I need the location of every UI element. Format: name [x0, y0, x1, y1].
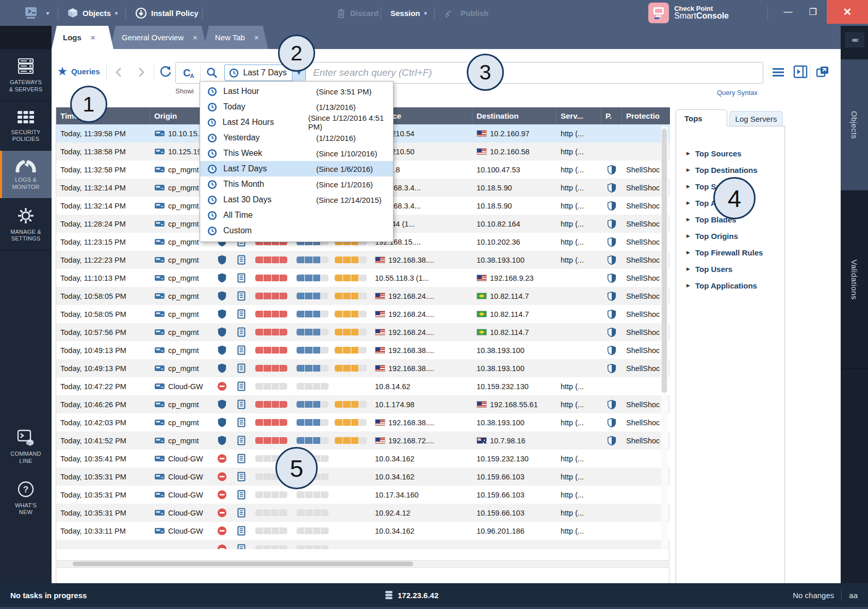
search-button[interactable] [206, 67, 218, 79]
changes-status[interactable]: No changes [793, 591, 834, 600]
time-range-option[interactable]: This Week (Since 1/10/2016) [200, 146, 393, 161]
tops-item-top-sources[interactable]: ▶ Top Sources [676, 145, 784, 162]
option-detail: (Since 1/12/2016 4:51 PM) [308, 114, 393, 131]
close-button[interactable]: ✕ [827, 0, 868, 24]
log-table-row[interactable]: Today, 10:35:31 PM Cloud-GW [56, 504, 670, 522]
query-syntax-link[interactable]: Query Syntax [717, 89, 763, 97]
sidebar-item-logs-[interactable]: LOGS & MONITOR [0, 151, 52, 199]
app-menu-button[interactable]: ▾ [25, 0, 49, 26]
back-button[interactable] [113, 67, 125, 78]
table-horizontal-scrollbar[interactable] [56, 560, 669, 568]
tops-item-top-applications[interactable]: ▶ Top Applications [676, 277, 784, 294]
prevent-shield-icon [217, 363, 227, 373]
search-input[interactable]: Enter search query (Ctrl+F) [313, 67, 432, 78]
tab-logs[interactable]: Logs × [52, 26, 113, 49]
install-policy-button[interactable]: Install Policy [135, 0, 199, 26]
queries-button[interactable]: ★ Queries [58, 66, 100, 76]
log-table-row[interactable]: Today, 10:42:03 PM cp_mgmt [56, 413, 670, 431]
toggle-side-panel-button[interactable] [793, 65, 808, 78]
log-table-row[interactable]: Today, 10:57:56 PM cp_mgmt [56, 323, 670, 341]
log-table-row[interactable]: Today, 10:35:31 PM Cloud-GW [56, 468, 670, 486]
time-range-option[interactable]: Today (1/13/2016) [200, 99, 393, 115]
session-menu-button[interactable]: Session ▾ [390, 0, 427, 26]
time-range-option[interactable]: Last 7 Days (Since 1/6/2016) [200, 161, 393, 177]
log-table-row[interactable]: Today, 10:49:13 PM cp_mgmt [56, 341, 670, 359]
tasks-status: No tasks in progress [10, 583, 87, 607]
question-icon: ? [17, 480, 35, 498]
time-range-option[interactable]: Yesterday (1/12/2016) [200, 130, 393, 146]
sidebar-item-gateways[interactable]: GATEWAYS & SERVERS [0, 49, 52, 101]
tops-item-top-users[interactable]: ▶ Top Users [676, 261, 784, 277]
tab-log-servers[interactable]: Log Servers [729, 111, 783, 126]
severity-bar [255, 546, 287, 549]
clock-icon [207, 118, 217, 127]
table-vertical-scrollbar[interactable] [661, 126, 668, 549]
search-mode-button[interactable]: CA [183, 67, 194, 79]
log-table-row[interactable]: Today, 11:22:23 PM cp_mgmt [56, 251, 670, 269]
tab-close-icon[interactable]: × [91, 33, 95, 42]
tops-item-top-origins[interactable]: ▶ Top Origins [676, 228, 784, 244]
discard-button[interactable]: Discard [336, 0, 379, 26]
rail-tab-objects[interactable]: Objects [841, 59, 868, 191]
log-table-row[interactable]: Today, 10:35:31 PM Cloud-GW [56, 486, 670, 504]
column-header-p[interactable]: P. [601, 107, 622, 124]
maximize-button[interactable]: ❐ [800, 0, 826, 24]
cell-type [232, 359, 251, 377]
column-header-destination[interactable]: Destination [472, 107, 556, 124]
log-table-row[interactable]: Today, 10:49:13 PM cp_mgmt [56, 359, 670, 377]
time-range-option[interactable]: Last 24 Hours (Since 1/12/2016 4:51 PM) [200, 115, 393, 130]
log-table-row[interactable]: Today, 10:58:05 PM cp_mgmt [56, 287, 670, 305]
cell-time: Today, 10:35:41 PM [56, 450, 150, 468]
option-detail: (Since 1/6/2016) [316, 165, 373, 173]
cell-severity [251, 522, 292, 540]
log-table-row[interactable]: Today, 10:41:52 PM cp_mgmt [56, 431, 670, 450]
column-header-service[interactable]: Serv... [556, 107, 601, 124]
open-in-new-window-button[interactable] [815, 65, 830, 78]
sidebar-item-manage-[interactable]: MANAGE & SETTINGS [0, 199, 52, 251]
column-header-protection[interactable]: Protectio [622, 107, 670, 124]
cell-impact [331, 323, 371, 341]
tops-item-top-destinations[interactable]: ▶ Top Destinations [676, 162, 784, 178]
sidebar-item-security[interactable]: SECURITY POLICIES [0, 101, 52, 151]
log-table-row[interactable]: Today, 10:35:41 PM Cloud-GW [56, 450, 670, 468]
severity-bar [255, 491, 287, 498]
tab-close-icon[interactable]: × [254, 33, 259, 42]
option-label: All Time [223, 211, 316, 220]
time-range-option[interactable]: All Time [200, 207, 393, 223]
scrollbar-thumb[interactable] [662, 129, 667, 393]
objects-menu-button[interactable]: Objects ▾ [67, 0, 118, 26]
source-country-flag-icon [375, 293, 385, 299]
time-range-option[interactable]: Last 30 Days (Since 12/14/2015) [200, 192, 393, 207]
log-table-row[interactable]: Today, 10:58:05 PM cp_mgmt [56, 305, 670, 323]
table-options-button[interactable] [772, 67, 785, 78]
sidebar-item-what-s[interactable]: ? WHAT'S NEW [0, 472, 52, 524]
logged-in-user[interactable]: aa [849, 591, 858, 600]
rail-tab-validations[interactable]: Validations [841, 191, 868, 369]
sidebar-item-command[interactable]: COMMAND LINE [0, 421, 52, 472]
tops-item-top-firewall-rules[interactable]: ▶ Top Firewall Rules [676, 244, 784, 261]
cell-service [556, 305, 601, 323]
severity-bar [255, 437, 287, 444]
refresh-button[interactable] [158, 65, 173, 79]
publish-button[interactable]: Publish [444, 0, 488, 26]
tab-new-tab[interactable]: New Tab × [204, 26, 268, 49]
tab-general-overview[interactable]: General Overview × [110, 26, 207, 49]
log-table-row[interactable]: Today, 10:46:26 PM cp_mgmt [56, 395, 670, 413]
tab-tops[interactable]: Tops [676, 109, 727, 126]
log-table-row[interactable]: Today, 11:10:13 PM cp_mgmt [56, 269, 670, 287]
forward-button[interactable] [135, 67, 146, 78]
collapse-rail-button[interactable]: «« [845, 32, 864, 47]
time-range-option[interactable]: Custom [200, 223, 393, 238]
scrollbar-thumb[interactable] [73, 562, 413, 566]
tab-close-icon[interactable]: × [193, 33, 198, 42]
time-range-option[interactable]: This Month (Since 1/1/2016) [200, 177, 393, 192]
cell-time: Today, 10:42:03 PM [56, 413, 150, 431]
log-table-row[interactable] [56, 540, 670, 549]
log-table-row[interactable]: Today, 10:33:11 PM Cloud-GW [56, 522, 670, 540]
log-table-row[interactable]: Today, 10:47:22 PM Cloud-GW [56, 377, 670, 395]
server-status[interactable]: 172.23.6.42 [384, 583, 438, 607]
cell-service: http (... [556, 522, 601, 540]
minimize-button[interactable]: — [775, 0, 801, 24]
severity-bar [255, 365, 287, 372]
time-range-option[interactable]: Last Hour (Since 3:51 PM) [200, 84, 393, 99]
